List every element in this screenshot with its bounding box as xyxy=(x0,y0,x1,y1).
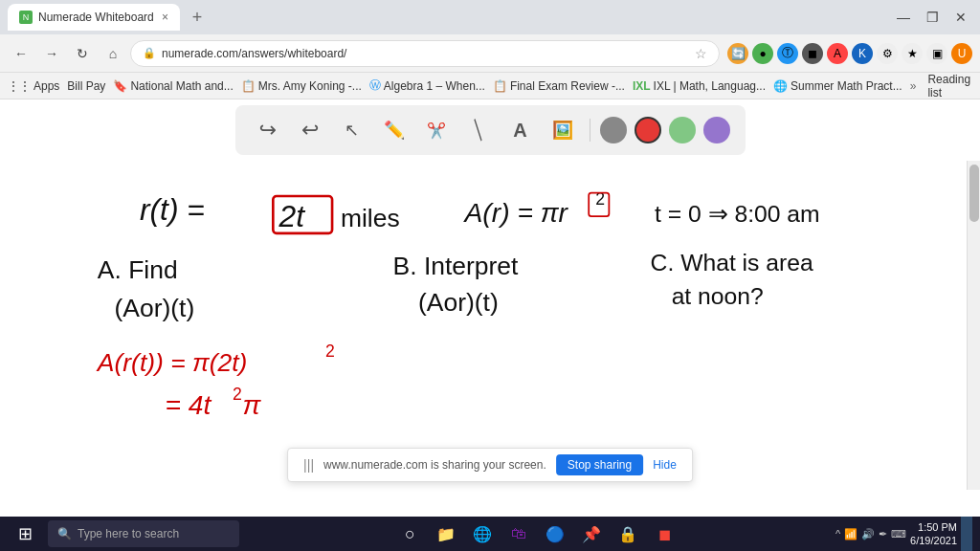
bookmark-ixl[interactable]: IXL IXL | Math, Languag... xyxy=(633,79,766,93)
undo-button[interactable]: ↩ xyxy=(251,113,285,147)
image-tool-button[interactable]: 🖼️ xyxy=(546,113,580,147)
files-icon: 📁 xyxy=(436,525,456,543)
taskbar-app-files[interactable]: 📁 xyxy=(429,517,463,551)
back-button[interactable]: ← xyxy=(8,40,34,67)
scrollbar-thumb[interactable] xyxy=(969,165,979,222)
start-button[interactable]: ⊞ xyxy=(4,517,46,551)
line-tool-button[interactable]: ╱ xyxy=(454,106,502,155)
taskbar-app-chrome[interactable]: 🔵 xyxy=(538,517,572,551)
svg-text:(Aor)(t): (Aor)(t) xyxy=(114,294,194,322)
taskbar-app-edge[interactable]: 🌐 xyxy=(465,517,500,551)
toolbar-container: ↩ ↩ ↖ ✏️ ✂️ ╱ A 🖼️ xyxy=(235,105,746,155)
algebra-label: Algebra 1 – When... xyxy=(384,79,485,93)
svg-text:C.  What is area: C. What is area xyxy=(651,250,813,276)
bookmark-nationalmath[interactable]: 🔖 National Math and... xyxy=(113,79,233,93)
bookmark-summermath[interactable]: 🌐 Summer Math Pract... xyxy=(773,79,902,93)
finalexam-label: Final Exam Review -... xyxy=(510,79,625,93)
ext-icon-4[interactable]: ◼ xyxy=(802,43,823,64)
color-gray[interactable] xyxy=(600,117,627,143)
user-avatar[interactable]: U xyxy=(951,43,972,64)
search-icon: 🔍 xyxy=(57,527,72,540)
summermath-icon: 🌐 xyxy=(773,79,788,93)
keyboard-icon[interactable]: ⌨ xyxy=(891,528,906,540)
svg-text:A(r) = πr: A(r) = πr xyxy=(463,197,569,228)
eraser-tool-button[interactable]: ✂️ xyxy=(419,113,454,147)
maximize-button[interactable]: ❐ xyxy=(921,6,944,29)
time-display: 1:50 PM xyxy=(910,520,957,534)
apps-label: Apps xyxy=(33,79,59,93)
ext-icon-9[interactable]: ▣ xyxy=(926,43,947,64)
ext-icon-3[interactable]: Ⓣ xyxy=(777,43,798,64)
taskbar-app-hidden[interactable]: ◼ xyxy=(647,517,681,551)
svg-text:miles: miles xyxy=(341,204,400,232)
svg-text:B.  Interpret: B. Interpret xyxy=(393,252,520,280)
url-text: numerade.com/answers/whiteboard/ xyxy=(162,47,346,60)
bookmark-star[interactable]: ☆ xyxy=(695,46,707,61)
share-message: www.numerade.com is sharing your screen. xyxy=(323,458,546,472)
show-desktop-button[interactable] xyxy=(961,517,972,551)
taskbar-search[interactable]: 🔍 Type here to search xyxy=(48,520,239,547)
pen-tool-button[interactable]: ✏️ xyxy=(377,113,412,147)
nationalmath-label: National Math and... xyxy=(130,79,233,93)
more-bookmarks-button[interactable]: » xyxy=(910,79,917,93)
taskbar-app-cortana[interactable]: ○ xyxy=(392,517,427,551)
ixl-icon: IXL xyxy=(633,79,651,93)
scrollbar[interactable] xyxy=(967,161,980,490)
svg-text:at noon?: at noon? xyxy=(672,283,764,309)
app1-icon: 📌 xyxy=(582,525,601,543)
close-button[interactable]: ✕ xyxy=(949,6,972,29)
ext-icon-2[interactable]: ● xyxy=(752,43,773,64)
bookmark-algebra[interactable]: Ⓦ Algebra 1 – When... xyxy=(369,77,485,94)
refresh-button[interactable]: ↻ xyxy=(69,40,96,67)
bookmark-koning[interactable]: 📋 Mrs. Amy Koning -... xyxy=(241,79,362,93)
svg-text:(Aor)(t): (Aor)(t) xyxy=(418,288,499,317)
bookmark-billpay[interactable]: Bill Pay xyxy=(67,79,105,93)
address-input[interactable]: 🔒 numerade.com/answers/whiteboard/ ☆ xyxy=(130,40,720,67)
stop-sharing-button[interactable]: Stop sharing xyxy=(556,454,643,475)
hidden-icon: ◼ xyxy=(658,525,671,543)
ext-icon-5[interactable]: A xyxy=(827,43,848,64)
speaker-icon[interactable]: 🔊 xyxy=(861,528,875,540)
system-clock[interactable]: 1:50 PM 6/19/2021 xyxy=(910,520,957,548)
color-red[interactable] xyxy=(635,117,661,143)
network-icon[interactable]: 📶 xyxy=(844,528,858,540)
tab-bar: N Numerade Whiteboard × + — ❐ ✕ xyxy=(0,0,980,34)
ext-icon-1[interactable]: 🔄 xyxy=(727,43,748,64)
extension-icons: 🔄 ● Ⓣ ◼ A K ⚙ ★ ▣ U xyxy=(727,43,972,64)
minimize-button[interactable]: — xyxy=(892,6,915,29)
active-tab[interactable]: N Numerade Whiteboard × xyxy=(8,4,180,31)
reading-list-button[interactable]: Reading list xyxy=(927,73,972,99)
bookmark-finalexam[interactable]: 📋 Final Exam Review -... xyxy=(493,79,625,93)
select-tool-button[interactable]: ↖ xyxy=(335,113,369,147)
cortana-icon: ○ xyxy=(405,524,415,544)
ext-icon-7[interactable]: ⚙ xyxy=(877,43,898,64)
pen-icon[interactable]: ✒ xyxy=(879,528,887,540)
svg-text:2: 2 xyxy=(325,342,335,361)
tab-favicon: N xyxy=(19,11,33,24)
color-green[interactable] xyxy=(669,117,696,143)
svg-text:= 4t: = 4t xyxy=(165,389,212,420)
algebra-icon: Ⓦ xyxy=(369,77,381,94)
taskbar-app-store[interactable]: 🛍 xyxy=(501,517,536,551)
taskbar-apps: ○ 📁 🌐 🛍 🔵 📌 🔒 ◼ xyxy=(241,517,834,551)
hide-button[interactable]: Hide xyxy=(653,458,677,472)
ext-icon-8[interactable]: ★ xyxy=(902,43,923,64)
svg-text:π: π xyxy=(243,389,262,420)
taskbar-app-app1[interactable]: 📌 xyxy=(574,517,609,551)
finalexam-icon: 📋 xyxy=(493,79,507,93)
text-tool-button[interactable]: A xyxy=(503,113,538,147)
date-display: 6/19/2021 xyxy=(910,534,957,547)
koning-label: Mrs. Amy Koning -... xyxy=(258,79,362,93)
canvas-area[interactable]: r(t) = 2t miles A(r) = πr 2 t = 0 ⇒ 8:00… xyxy=(0,161,980,490)
nationalmath-icon: 🔖 xyxy=(113,79,127,93)
redo-button[interactable]: ↩ xyxy=(293,113,327,147)
chevron-up-icon[interactable]: ^ xyxy=(835,528,840,540)
bookmark-apps[interactable]: ⋮⋮ Apps xyxy=(8,79,59,93)
color-purple[interactable] xyxy=(703,117,730,143)
ext-icon-6[interactable]: K xyxy=(852,43,873,64)
taskbar-app-security[interactable]: 🔒 xyxy=(611,517,645,551)
tab-close-button[interactable]: × xyxy=(162,11,168,24)
forward-button[interactable]: → xyxy=(38,40,65,67)
home-button[interactable]: ⌂ xyxy=(100,40,126,67)
new-tab-button[interactable]: + xyxy=(184,4,211,31)
